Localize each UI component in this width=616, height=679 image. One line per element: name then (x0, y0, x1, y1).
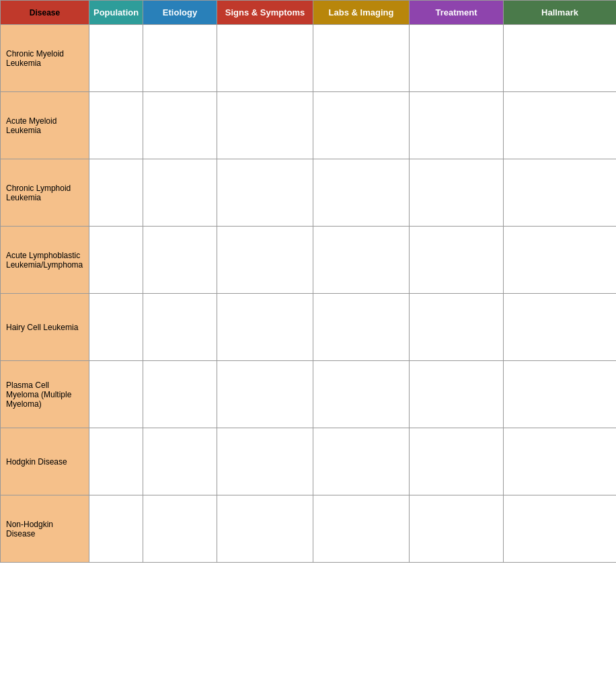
table-row: Hairy Cell Leukemia (1, 294, 617, 361)
cell-etiology-3 (143, 227, 217, 294)
cell-signs-2 (217, 159, 313, 227)
cell-treatment-6 (410, 428, 504, 495)
cell-etiology-7 (143, 495, 217, 563)
cell-disease-1: Acute Myeloid Leukemia (1, 92, 89, 159)
cell-hallmark-1 (504, 92, 617, 159)
table-row: Plasma Cell Myeloma (Multiple Myeloma) (1, 361, 617, 428)
cell-signs-3 (217, 227, 313, 294)
cell-population-6 (89, 428, 143, 495)
cell-treatment-5 (410, 361, 504, 428)
table-row: Chronic Myeloid Leukemia (1, 25, 617, 92)
th-disease: Disease (1, 1, 89, 25)
th-signs: Signs & Symptoms (217, 1, 313, 25)
table-row: Acute Lymphoblastic Leukemia/Lymphoma (1, 227, 617, 294)
table-row: Non-Hodgkin Disease (1, 495, 617, 563)
cell-disease-4: Hairy Cell Leukemia (1, 294, 89, 361)
cell-etiology-2 (143, 159, 217, 227)
cell-treatment-0 (410, 25, 504, 92)
cell-population-7 (89, 495, 143, 563)
th-hallmark: Hallmark (504, 1, 617, 25)
cell-hallmark-3 (504, 227, 617, 294)
cell-population-2 (89, 159, 143, 227)
cell-treatment-2 (410, 159, 504, 227)
cell-labs-4 (313, 294, 410, 361)
cell-treatment-3 (410, 227, 504, 294)
table-row: Chronic Lymphoid Leukemia (1, 159, 617, 227)
cell-signs-6 (217, 428, 313, 495)
cell-population-0 (89, 25, 143, 92)
cell-hallmark-0 (504, 25, 617, 92)
cell-etiology-1 (143, 92, 217, 159)
cell-treatment-4 (410, 294, 504, 361)
cell-disease-0: Chronic Myeloid Leukemia (1, 25, 89, 92)
cell-population-1 (89, 92, 143, 159)
cell-signs-0 (217, 25, 313, 92)
cell-signs-4 (217, 294, 313, 361)
cell-disease-3: Acute Lymphoblastic Leukemia/Lymphoma (1, 227, 89, 294)
cell-etiology-0 (143, 25, 217, 92)
cell-hallmark-7 (504, 495, 617, 563)
cell-signs-7 (217, 495, 313, 563)
cell-population-5 (89, 361, 143, 428)
cell-labs-1 (313, 92, 410, 159)
cell-labs-6 (313, 428, 410, 495)
cell-labs-0 (313, 25, 410, 92)
cell-treatment-7 (410, 495, 504, 563)
cell-labs-7 (313, 495, 410, 563)
cell-labs-3 (313, 227, 410, 294)
cell-hallmark-5 (504, 361, 617, 428)
cell-signs-5 (217, 361, 313, 428)
table-row: Acute Myeloid Leukemia (1, 92, 617, 159)
cell-signs-1 (217, 92, 313, 159)
th-labs: Labs & Imaging (313, 1, 410, 25)
cell-labs-5 (313, 361, 410, 428)
cell-disease-6: Hodgkin Disease (1, 428, 89, 495)
cell-hallmark-2 (504, 159, 617, 227)
th-treatment: Treatment (410, 1, 504, 25)
th-etiology: Etiology (143, 1, 217, 25)
cell-hallmark-6 (504, 428, 617, 495)
cell-etiology-6 (143, 428, 217, 495)
cell-disease-2: Chronic Lymphoid Leukemia (1, 159, 89, 227)
cell-disease-7: Non-Hodgkin Disease (1, 495, 89, 563)
cell-disease-5: Plasma Cell Myeloma (Multiple Myeloma) (1, 361, 89, 428)
cell-etiology-4 (143, 294, 217, 361)
cell-labs-2 (313, 159, 410, 227)
cell-population-4 (89, 294, 143, 361)
cell-etiology-5 (143, 361, 217, 428)
header-row: DiseasePopulationEtiologySigns & Symptom… (1, 1, 617, 25)
table-body: Chronic Myeloid LeukemiaAcute Myeloid Le… (1, 25, 617, 563)
cell-population-3 (89, 227, 143, 294)
leukemia-table: DiseasePopulationEtiologySigns & Symptom… (0, 0, 616, 563)
cell-treatment-1 (410, 92, 504, 159)
th-population: Population (89, 1, 143, 25)
cell-hallmark-4 (504, 294, 617, 361)
table-row: Hodgkin Disease (1, 428, 617, 495)
